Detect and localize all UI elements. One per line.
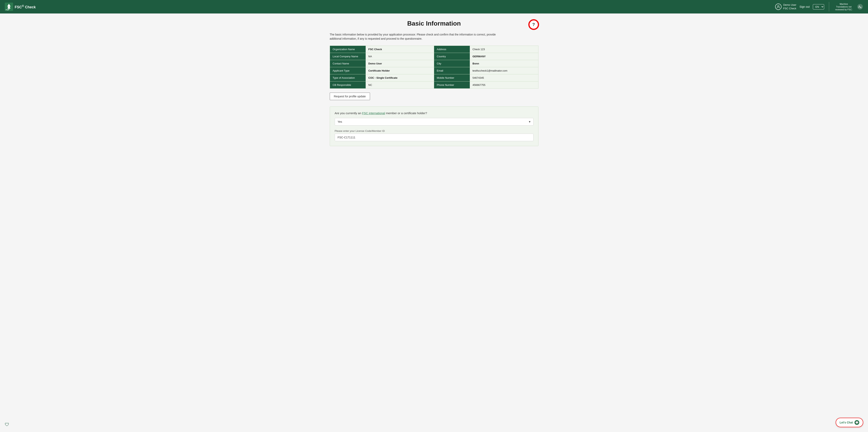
info-value: COC - Single Certificate bbox=[366, 74, 434, 81]
shield-icon: 🛡 bbox=[5, 422, 9, 427]
info-value: Demo User bbox=[366, 60, 434, 67]
info-label: Local Company Name bbox=[330, 53, 366, 60]
info-label: Address bbox=[434, 46, 470, 53]
info-label: Applicant Type bbox=[330, 67, 366, 74]
main-content: Basic Information ? The basic informatio… bbox=[325, 13, 543, 157]
table-row: City Bonn bbox=[434, 60, 538, 67]
table-row: Applicant Type Certificate Holder bbox=[330, 67, 434, 74]
table-row: Email testfsccheck1@mailinator.com bbox=[434, 67, 538, 74]
chat-label: Let's Chat bbox=[840, 421, 853, 424]
info-value: NC bbox=[366, 81, 434, 89]
table-row: Mobile Number 54674345 bbox=[434, 74, 538, 81]
fsc-international-link[interactable]: FSC international bbox=[362, 111, 385, 115]
question-text: Are you currently an FSC international m… bbox=[335, 111, 533, 115]
info-table-right: Address Check 123 Country GERMANY City B… bbox=[434, 46, 538, 89]
info-value: Certificate Holder bbox=[366, 67, 434, 74]
membership-select-wrapper: Yes No ▼ bbox=[335, 118, 533, 126]
app-title: FSC® Check bbox=[15, 4, 36, 9]
info-label: Contact Name bbox=[330, 60, 366, 67]
svg-point-4 bbox=[778, 5, 779, 7]
table-row: Address Check 123 bbox=[434, 46, 538, 53]
chat-icon: 💬 bbox=[855, 420, 859, 425]
translate-icon: A A bbox=[857, 4, 863, 10]
user-subtitle: FSC Check bbox=[783, 7, 796, 10]
page-description: The basic information below is provided … bbox=[330, 33, 508, 41]
header-divider bbox=[829, 2, 829, 11]
membership-select[interactable]: Yes No bbox=[335, 118, 533, 126]
info-value: NA bbox=[366, 53, 434, 60]
info-table-left: Organization Name FSC Check Local Compan… bbox=[330, 46, 434, 89]
svg-text:A: A bbox=[860, 6, 862, 9]
table-row: Organization Name FSC Check bbox=[330, 46, 434, 53]
info-value: 54674345 bbox=[470, 74, 538, 81]
signout-button[interactable]: Sign out bbox=[800, 5, 810, 8]
table-row: Contact Name Demo User bbox=[330, 60, 434, 67]
user-text: Demo User FSC Check bbox=[783, 3, 796, 10]
info-label: CB Responsible bbox=[330, 81, 366, 89]
table-row: Phone Number 456667755 bbox=[434, 81, 538, 89]
info-value: 456667755 bbox=[470, 81, 538, 89]
table-row: Local Company Name NA bbox=[330, 53, 434, 60]
machine-translation-notice: Machine Translations not reviewed by FSC… bbox=[834, 3, 854, 11]
license-input[interactable] bbox=[335, 134, 533, 141]
license-label: Please enter your License Code/Member ID bbox=[335, 129, 533, 132]
info-label: Organization Name bbox=[330, 46, 366, 53]
info-value: Bonn bbox=[470, 60, 538, 67]
fsc-logo-icon: FSC bbox=[5, 3, 13, 11]
language-select[interactable]: EN DE FR bbox=[813, 4, 824, 9]
info-value: FSC Check bbox=[366, 46, 434, 53]
user-info: Demo User FSC Check bbox=[775, 3, 796, 10]
logo: FSC FSC® Check bbox=[5, 3, 36, 11]
table-row: CB Responsible NC bbox=[330, 81, 434, 89]
info-value: GERMANY bbox=[470, 53, 538, 60]
table-row: Type of Association COC - Single Certifi… bbox=[330, 74, 434, 81]
info-label: Mobile Number bbox=[434, 74, 470, 81]
info-label: Phone Number bbox=[434, 81, 470, 89]
request-profile-update-button[interactable]: Request for profile update bbox=[330, 93, 370, 100]
info-label: Type of Association bbox=[330, 74, 366, 81]
info-label: Email bbox=[434, 67, 470, 74]
help-button[interactable]: ? bbox=[529, 20, 538, 29]
live-chat-button[interactable]: Let's Chat 💬 bbox=[836, 418, 863, 427]
user-name: Demo User bbox=[783, 3, 796, 7]
title-row: Basic Information ? bbox=[330, 20, 538, 29]
question-section: Are you currently an FSC international m… bbox=[330, 106, 538, 146]
info-table: Organization Name FSC Check Local Compan… bbox=[330, 45, 538, 89]
info-value: Check 123 bbox=[470, 46, 538, 53]
table-row: Country GERMANY bbox=[434, 53, 538, 60]
header-right: Demo User FSC Check Sign out EN DE FR Ma… bbox=[775, 2, 863, 11]
info-label: City bbox=[434, 60, 470, 67]
user-avatar-icon bbox=[775, 4, 781, 10]
info-label: Country bbox=[434, 53, 470, 60]
info-value: testfsccheck1@mailinator.com bbox=[470, 67, 538, 74]
page-title: Basic Information bbox=[399, 20, 469, 27]
header: FSC FSC® Check Demo User FSC Check Sign … bbox=[0, 0, 868, 13]
svg-text:FSC: FSC bbox=[6, 9, 9, 10]
